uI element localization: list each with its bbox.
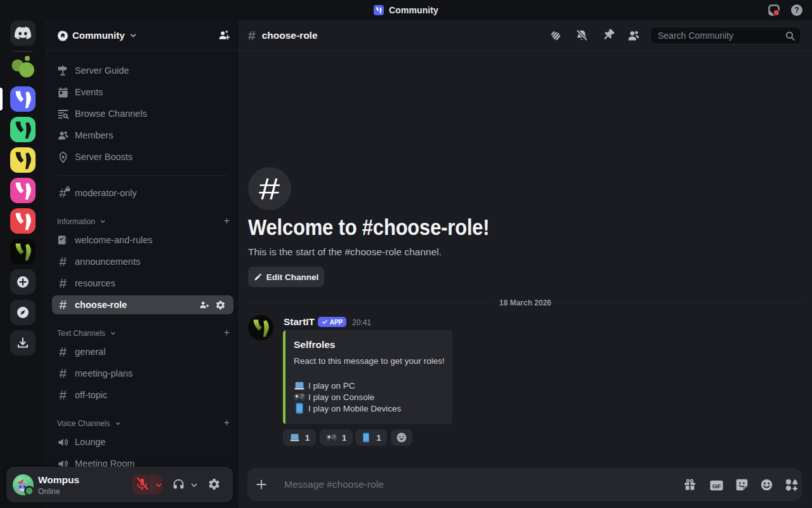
svg-text:?: ? — [794, 6, 799, 15]
svg-text:GIF: GIF — [712, 484, 721, 490]
